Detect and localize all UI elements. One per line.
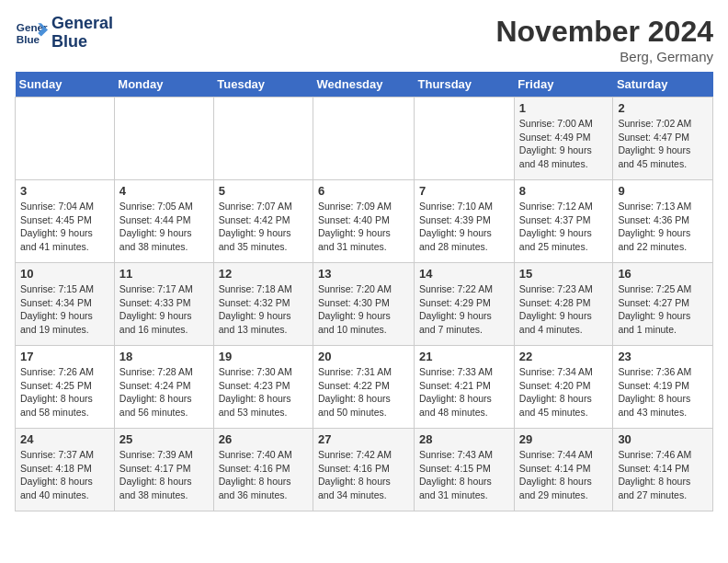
day-number: 22	[519, 350, 609, 363]
day-info: Sunrise: 7:28 AM Sunset: 4:24 PM Dayligh…	[119, 365, 209, 419]
day-info: Sunrise: 7:25 AM Sunset: 4:27 PM Dayligh…	[618, 282, 708, 337]
header-monday: Monday	[114, 72, 213, 98]
calendar-cell: 21Sunrise: 7:33 AM Sunset: 4:21 PM Dayli…	[415, 346, 515, 429]
day-number: 28	[419, 432, 509, 446]
calendar-cell: 24Sunrise: 7:37 AM Sunset: 4:18 PM Dayli…	[16, 429, 115, 511]
day-info: Sunrise: 7:18 AM Sunset: 4:32 PM Dayligh…	[219, 282, 308, 337]
day-number: 12	[219, 267, 308, 281]
calendar-cell: 20Sunrise: 7:31 AM Sunset: 4:22 PM Dayli…	[313, 346, 415, 429]
day-info: Sunrise: 7:20 AM Sunset: 4:30 PM Dayligh…	[318, 282, 409, 337]
header-tuesday: Tuesday	[213, 72, 313, 98]
day-info: Sunrise: 7:33 AM Sunset: 4:21 PM Dayligh…	[419, 365, 509, 419]
calendar-cell: 16Sunrise: 7:25 AM Sunset: 4:27 PM Dayli…	[613, 263, 713, 346]
calendar-cell: 17Sunrise: 7:26 AM Sunset: 4:25 PM Dayli…	[16, 346, 115, 429]
day-number: 2	[618, 101, 708, 115]
day-info: Sunrise: 7:26 AM Sunset: 4:25 PM Dayligh…	[20, 365, 109, 419]
day-number: 23	[618, 350, 708, 363]
calendar-cell	[313, 98, 415, 180]
day-number: 20	[318, 350, 409, 363]
logo-text-blue: Blue	[51, 32, 87, 51]
day-number: 3	[20, 184, 109, 198]
day-number: 5	[219, 184, 308, 198]
day-info: Sunrise: 7:37 AM Sunset: 4:18 PM Dayligh…	[20, 448, 109, 502]
day-number: 21	[419, 350, 509, 363]
calendar-cell: 29Sunrise: 7:44 AM Sunset: 4:14 PM Dayli…	[514, 429, 613, 511]
day-number: 6	[318, 184, 409, 198]
day-info: Sunrise: 7:13 AM Sunset: 4:36 PM Dayligh…	[618, 200, 708, 254]
calendar-cell: 19Sunrise: 7:30 AM Sunset: 4:23 PM Dayli…	[213, 346, 313, 429]
day-number: 7	[419, 184, 509, 198]
day-info: Sunrise: 7:31 AM Sunset: 4:22 PM Dayligh…	[318, 365, 409, 419]
day-info: Sunrise: 7:00 AM Sunset: 4:49 PM Dayligh…	[519, 117, 609, 171]
day-info: Sunrise: 7:30 AM Sunset: 4:23 PM Dayligh…	[219, 365, 308, 419]
calendar-week-1: 3Sunrise: 7:04 AM Sunset: 4:45 PM Daylig…	[16, 180, 713, 263]
day-info: Sunrise: 7:23 AM Sunset: 4:28 PM Dayligh…	[519, 282, 609, 337]
location: Berg, Germany	[495, 49, 713, 64]
day-number: 25	[119, 432, 209, 446]
calendar-cell: 25Sunrise: 7:39 AM Sunset: 4:17 PM Dayli…	[114, 429, 213, 511]
calendar-cell: 2Sunrise: 7:02 AM Sunset: 4:47 PM Daylig…	[613, 98, 713, 180]
calendar-cell	[114, 98, 213, 180]
calendar-cell: 15Sunrise: 7:23 AM Sunset: 4:28 PM Dayli…	[514, 263, 613, 346]
calendar-cell: 7Sunrise: 7:10 AM Sunset: 4:39 PM Daylig…	[415, 180, 515, 263]
header-sunday: Sunday	[16, 72, 115, 98]
day-info: Sunrise: 7:43 AM Sunset: 4:15 PM Dayligh…	[419, 448, 509, 502]
day-info: Sunrise: 7:22 AM Sunset: 4:29 PM Dayligh…	[419, 282, 509, 337]
calendar-header-row: Sunday Monday Tuesday Wednesday Thursday…	[16, 72, 713, 98]
day-number: 13	[318, 267, 409, 281]
day-info: Sunrise: 7:15 AM Sunset: 4:34 PM Dayligh…	[20, 282, 109, 337]
calendar-cell: 4Sunrise: 7:05 AM Sunset: 4:44 PM Daylig…	[114, 180, 213, 263]
day-info: Sunrise: 7:46 AM Sunset: 4:14 PM Dayligh…	[618, 448, 708, 502]
day-number: 11	[119, 267, 209, 281]
day-info: Sunrise: 7:09 AM Sunset: 4:40 PM Dayligh…	[318, 200, 409, 254]
calendar-cell: 26Sunrise: 7:40 AM Sunset: 4:16 PM Dayli…	[213, 429, 313, 511]
svg-text:Blue: Blue	[17, 33, 40, 45]
calendar-cell: 10Sunrise: 7:15 AM Sunset: 4:34 PM Dayli…	[16, 263, 115, 346]
calendar-cell: 6Sunrise: 7:09 AM Sunset: 4:40 PM Daylig…	[313, 180, 415, 263]
calendar-table: Sunday Monday Tuesday Wednesday Thursday…	[15, 72, 713, 511]
logo-line1: General Blue	[51, 15, 113, 52]
day-info: Sunrise: 7:05 AM Sunset: 4:44 PM Dayligh…	[119, 200, 209, 254]
calendar-cell: 8Sunrise: 7:12 AM Sunset: 4:37 PM Daylig…	[514, 180, 613, 263]
day-info: Sunrise: 7:07 AM Sunset: 4:42 PM Dayligh…	[219, 200, 308, 254]
day-info: Sunrise: 7:39 AM Sunset: 4:17 PM Dayligh…	[119, 448, 209, 502]
calendar-cell: 3Sunrise: 7:04 AM Sunset: 4:45 PM Daylig…	[16, 180, 115, 263]
calendar-cell: 22Sunrise: 7:34 AM Sunset: 4:20 PM Dayli…	[514, 346, 613, 429]
day-info: Sunrise: 7:34 AM Sunset: 4:20 PM Dayligh…	[519, 365, 609, 419]
day-number: 9	[618, 184, 708, 198]
day-number: 1	[519, 101, 609, 115]
calendar-week-3: 17Sunrise: 7:26 AM Sunset: 4:25 PM Dayli…	[16, 346, 713, 429]
day-number: 26	[219, 432, 308, 446]
calendar-cell	[213, 98, 313, 180]
day-number: 27	[318, 432, 409, 446]
calendar-cell: 13Sunrise: 7:20 AM Sunset: 4:30 PM Dayli…	[313, 263, 415, 346]
day-info: Sunrise: 7:42 AM Sunset: 4:16 PM Dayligh…	[318, 448, 409, 502]
day-number: 30	[618, 432, 708, 446]
day-number: 18	[119, 350, 209, 363]
day-info: Sunrise: 7:17 AM Sunset: 4:33 PM Dayligh…	[119, 282, 209, 337]
calendar-cell: 5Sunrise: 7:07 AM Sunset: 4:42 PM Daylig…	[213, 180, 313, 263]
day-info: Sunrise: 7:10 AM Sunset: 4:39 PM Dayligh…	[419, 200, 509, 254]
calendar-cell: 1Sunrise: 7:00 AM Sunset: 4:49 PM Daylig…	[514, 98, 613, 180]
logo-icon: General Blue	[15, 17, 48, 50]
calendar-cell: 9Sunrise: 7:13 AM Sunset: 4:36 PM Daylig…	[613, 180, 713, 263]
day-number: 17	[20, 350, 109, 363]
header-friday: Friday	[514, 72, 613, 98]
day-number: 19	[219, 350, 308, 363]
calendar-cell: 23Sunrise: 7:36 AM Sunset: 4:19 PM Dayli…	[613, 346, 713, 429]
day-number: 4	[119, 184, 209, 198]
day-info: Sunrise: 7:44 AM Sunset: 4:14 PM Dayligh…	[519, 448, 609, 502]
title-block: November 2024 Berg, Germany	[495, 15, 713, 64]
month-title: November 2024	[495, 15, 713, 49]
day-info: Sunrise: 7:02 AM Sunset: 4:47 PM Dayligh…	[618, 117, 708, 171]
day-number: 24	[20, 432, 109, 446]
calendar-cell: 27Sunrise: 7:42 AM Sunset: 4:16 PM Dayli…	[313, 429, 415, 511]
calendar-cell: 14Sunrise: 7:22 AM Sunset: 4:29 PM Dayli…	[415, 263, 515, 346]
logo-text-general: General	[51, 14, 113, 32]
day-number: 14	[419, 267, 509, 281]
header-thursday: Thursday	[415, 72, 515, 98]
header-wednesday: Wednesday	[313, 72, 415, 98]
day-number: 10	[20, 267, 109, 281]
day-info: Sunrise: 7:04 AM Sunset: 4:45 PM Dayligh…	[20, 200, 109, 254]
calendar-cell: 18Sunrise: 7:28 AM Sunset: 4:24 PM Dayli…	[114, 346, 213, 429]
